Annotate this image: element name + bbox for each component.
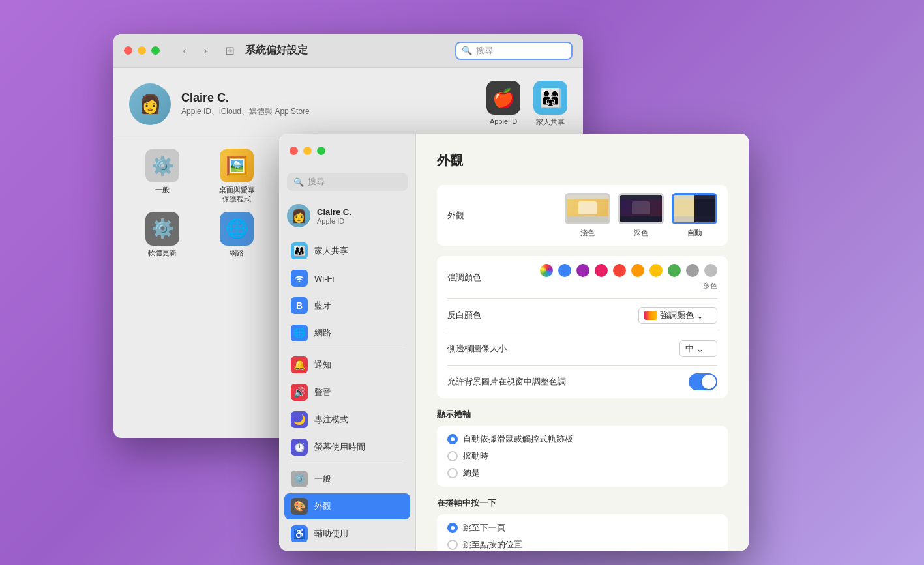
fg-minimize-button[interactable]: [303, 147, 312, 155]
bg-maximize-button[interactable]: [151, 46, 160, 55]
fg-nav-family[interactable]: 👨‍👩‍👧 家人共享: [284, 238, 410, 264]
fg-color-orange[interactable]: [631, 264, 644, 277]
fg-scroll-next-page[interactable]: 跳至下一頁: [447, 522, 522, 534]
bg-apple-id-label: Apple ID: [490, 117, 517, 125]
fg-nav-appearance[interactable]: 🎨 外觀: [284, 493, 410, 519]
fg-general-icon: ⚙️: [291, 471, 308, 487]
fg-nav-accessibility[interactable]: ♿ 輔助使用: [284, 521, 410, 547]
bg-general-label: 一般: [155, 185, 170, 194]
fg-maximize-button[interactable]: [317, 147, 325, 155]
bg-network-icon: 🌐: [220, 212, 254, 246]
fg-nav-notification[interactable]: 🔔 通知: [284, 352, 410, 378]
fg-sidebar-size-chevron: ⌄: [696, 344, 704, 354]
bg-titlebar: ‹ › ⊞ 系統偏好設定 🔍 搜尋: [113, 34, 583, 68]
fg-scrollbar-radio-group: 自動依據滑鼠或觸控式軌跡板 搲動時 總是: [447, 433, 573, 479]
fg-color-green[interactable]: [668, 264, 681, 277]
fg-nav-general-label: 一般: [314, 473, 331, 485]
bg-apple-id-item[interactable]: 🍎 Apple ID: [486, 81, 520, 127]
bg-grid-network[interactable]: 🌐 網路: [203, 212, 270, 267]
fg-scroll-click-section: 跳至下一頁 跳至點按的位置: [437, 514, 728, 551]
fg-sidebar-search[interactable]: 🔍 搜尋: [287, 173, 408, 191]
fg-color-graphite[interactable]: [686, 264, 699, 277]
bg-user-avatar[interactable]: 👩: [129, 83, 171, 125]
fg-wallpaper-row: 允許背景圖片在視窗中調整色調: [447, 366, 717, 398]
fg-light-option[interactable]: 淺色: [565, 193, 610, 238]
fg-nav-control[interactable]: ⊞ 控制中心: [284, 548, 410, 551]
fg-auto-option[interactable]: 自動: [672, 193, 717, 238]
fg-main-content: 外觀 外觀 淺色: [416, 134, 749, 551]
fg-color-yellow[interactable]: [649, 264, 663, 277]
fg-color-red[interactable]: [613, 264, 626, 277]
fg-highlight-select[interactable]: 強調顏色 ⌄: [638, 307, 717, 324]
fg-appearance-label: 外觀: [447, 210, 464, 222]
fg-appearance-section: 外觀 淺色: [437, 185, 728, 246]
fg-wallpaper-toggle[interactable]: [689, 373, 717, 390]
fg-nav-appearance-label: 外觀: [314, 500, 331, 512]
fg-scrollbar-scroll[interactable]: 搲動時: [447, 450, 573, 462]
fg-scrollbar-scroll-label: 搲動時: [463, 450, 488, 462]
bg-forward-button[interactable]: ›: [196, 42, 215, 60]
bg-apple-id-icon: 🍎: [486, 81, 520, 115]
fg-nav-screentime[interactable]: ⏱️ 螢幕使用時間: [284, 434, 410, 460]
fg-nav-general[interactable]: ⚙️ 一般: [284, 466, 410, 492]
bg-general-icon: ⚙️: [145, 149, 179, 182]
fg-scroll-jump-to[interactable]: 跳至點按的位置: [447, 539, 522, 551]
bg-search-placeholder: 搜尋: [476, 45, 493, 57]
fg-nav-focus[interactable]: 🌙 專注模式: [284, 407, 410, 433]
fg-color-gray2[interactable]: [704, 264, 717, 277]
bg-back-button[interactable]: ‹: [175, 42, 194, 60]
fg-family-icon: 👨‍👩‍👧: [291, 242, 308, 259]
fg-scrollbar-auto-label: 自動依據滑鼠或觸控式軌跡板: [463, 433, 573, 445]
fg-color-blue[interactable]: [558, 264, 571, 277]
bg-family-label: 家人共享: [536, 117, 565, 127]
bg-family-sharing-item[interactable]: 👨‍👩‍👧 家人共享: [533, 81, 567, 127]
fg-dark-label: 深色: [634, 228, 648, 238]
fg-search-placeholder: 搜尋: [308, 176, 325, 188]
fg-sidebar-user-name: Claire C.: [317, 207, 351, 217]
bg-software-icon: ⚙️: [145, 212, 179, 246]
fg-scroll-jump-to-radio: [447, 540, 458, 550]
fg-accent-label: 強調顏色: [447, 272, 481, 283]
fg-nav-wifi[interactable]: Wi-Fi: [284, 265, 410, 291]
fg-notification-icon: 🔔: [291, 356, 308, 373]
fg-scrollbar-auto-radio: [447, 434, 458, 444]
fg-nav-bluetooth[interactable]: B 藍牙: [284, 293, 410, 319]
fg-highlight-label: 反白顏色: [447, 310, 481, 321]
fg-nav-sound-label: 聲音: [314, 386, 331, 398]
fg-nav-network[interactable]: 🌐 網路: [284, 320, 410, 346]
fg-sidebar: 🔍 搜尋 👩 Claire C. Apple ID 👨‍👩‍👧 家人共享: [279, 134, 416, 551]
fg-divider-1: [290, 349, 405, 349]
fg-nav-network-label: 網路: [314, 327, 331, 339]
bg-grid-icon: ⊞: [225, 44, 235, 58]
fg-color-purple[interactable]: [576, 264, 589, 277]
fg-scrollbar-title: 顯示捲軸: [437, 409, 728, 420]
fg-dark-option[interactable]: 深色: [618, 193, 664, 238]
bg-search-box[interactable]: 🔍 搜尋: [455, 42, 573, 60]
fg-appearance-options: 淺色 深色: [565, 193, 717, 238]
bg-search-icon: 🔍: [462, 46, 472, 55]
fg-sidebar-profile[interactable]: 👩 Claire C. Apple ID: [279, 199, 415, 235]
fg-sidebar-size-label: 側邊欄圖像大小: [447, 343, 507, 355]
fg-color-multicolor[interactable]: [540, 264, 553, 277]
fg-nav-screentime-label: 螢幕使用時間: [314, 441, 365, 453]
bg-nav-buttons: ‹ ›: [175, 42, 215, 60]
fg-scrollbar-always-label: 總是: [463, 467, 480, 479]
fg-sidebar-nav: 👨‍👩‍👧 家人共享 Wi-Fi B 藍牙 🌐 網路: [279, 235, 415, 551]
fg-close-button[interactable]: [290, 147, 298, 155]
fg-scrollbar-auto[interactable]: 自動依據滑鼠或觸控式軌跡板: [447, 433, 573, 445]
fg-scroll-jump-to-label: 跳至點按的位置: [463, 539, 522, 551]
fg-sidebar-size-row: 側邊欄圖像大小 中 ⌄: [447, 332, 717, 366]
fg-color-pink[interactable]: [595, 264, 608, 277]
fg-scrollbar-always[interactable]: 總是: [447, 467, 573, 479]
bg-close-button[interactable]: [124, 46, 132, 55]
bg-grid-software[interactable]: ⚙️ 軟體更新: [129, 212, 196, 267]
fg-divider-2: [290, 463, 405, 463]
bg-grid-general[interactable]: ⚙️ 一般: [129, 149, 196, 204]
bg-minimize-button[interactable]: [138, 46, 146, 55]
fg-scrollbar-scroll-radio: [447, 451, 458, 461]
bg-grid-desktop[interactable]: 🖼️ 桌面與螢幕保護程式: [203, 149, 270, 204]
fg-accent-row: 強調顏色 多色: [447, 256, 717, 299]
fg-nav-sound[interactable]: 🔊 聲音: [284, 379, 410, 405]
fg-auto-thumb: [672, 193, 717, 224]
fg-sidebar-size-select[interactable]: 中 ⌄: [679, 340, 717, 357]
